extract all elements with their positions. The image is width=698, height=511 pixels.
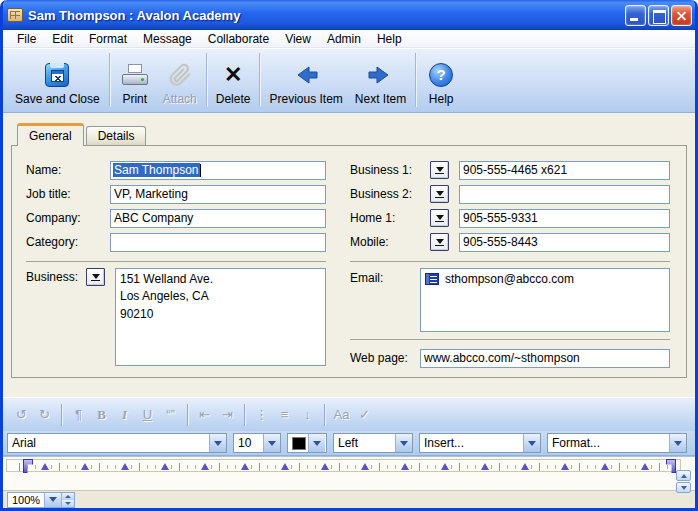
email-list[interactable]: sthompson@abcco.com [420,268,670,332]
menu-admin[interactable]: Admin [319,31,369,47]
tab-stops-icon: ⋮ [251,407,272,422]
delete-button[interactable]: ✕ Delete [210,52,257,108]
business1-dropdown-button[interactable] [430,161,449,179]
tab-stop-marker[interactable] [321,463,329,470]
previous-item-button[interactable]: Previous Item [263,52,348,108]
menu-format[interactable]: Format [81,31,135,47]
chevron-down-icon[interactable] [523,434,540,452]
home1-row: Home 1: [350,206,670,230]
name-label: Name: [26,163,110,177]
zoom-down-button[interactable] [62,500,74,507]
tab-stop-marker[interactable] [241,463,249,470]
alignment-select[interactable]: Left [333,433,413,453]
company-label: Company: [26,211,110,225]
form-left-column: Name: Sam Thompson Job title: Company: C… [26,158,326,365]
tab-stop-marker[interactable] [521,463,529,470]
company-input[interactable] [110,209,326,228]
tab-stop-marker[interactable] [81,463,89,470]
menu-message[interactable]: Message [135,31,200,47]
format-select[interactable]: Format... [547,433,687,453]
delete-icon: ✕ [224,61,242,89]
zoom-dropdown-button[interactable] [44,493,61,507]
business-address-dropdown-button[interactable] [86,268,105,286]
mobile-input[interactable] [459,233,670,252]
tab-stop-marker[interactable] [401,463,409,470]
contact-window: Sam Thompson : Avalon Academy File Edit … [0,0,698,511]
tab-stop-marker[interactable] [361,463,369,470]
email-divider [350,339,670,340]
spin-up-button[interactable] [676,470,691,481]
tab-stop-marker[interactable] [601,463,609,470]
menu-edit[interactable]: Edit [44,31,81,47]
print-button[interactable]: Print [113,52,157,108]
font-size-select[interactable]: 10 [233,433,281,453]
tab-stop-marker[interactable] [121,463,129,470]
zoom-control[interactable]: 100% [7,492,75,508]
underline-icon: U [137,407,158,422]
close-button[interactable] [671,5,692,26]
home1-dropdown-button[interactable] [430,209,449,227]
tab-general[interactable]: General [17,123,84,146]
chevron-down-icon[interactable] [395,434,412,452]
formatting-separator [324,404,325,426]
business2-dropdown-button[interactable] [430,185,449,203]
minimize-button[interactable] [625,5,646,26]
next-item-button[interactable]: Next Item [349,52,412,108]
tab-stop-marker[interactable] [561,463,569,470]
spell-check-icon: ✓ [354,407,375,422]
category-input[interactable] [110,233,326,252]
tab-stop-marker[interactable] [481,463,489,470]
right-divider [350,261,670,262]
chevron-down-icon[interactable] [263,434,280,452]
tab-stop-marker[interactable] [161,463,169,470]
decrease-indent-icon: ⇤ [194,407,215,422]
business2-row: Business 2: [350,182,670,206]
name-row: Name: Sam Thompson [26,158,326,182]
business1-label: Business 1: [350,163,430,177]
save-and-close-button[interactable]: Save and Close [9,52,106,108]
move-down-icon: ↓ [297,407,318,422]
selected-text: Sam Thompson [113,163,200,177]
category-row: Category: [26,230,326,254]
tab-details[interactable]: Details [86,126,147,145]
left-divider [26,261,326,262]
print-icon [120,62,150,89]
ruler-track[interactable] [6,459,681,472]
mobile-dropdown-button[interactable] [430,233,449,251]
maximize-button[interactable] [648,5,669,26]
help-button[interactable]: ? Help [419,52,463,108]
chevron-down-icon[interactable] [209,434,226,452]
business-address-row: Business: 151 Welland Ave. Los Angeles, … [26,268,326,366]
font-select[interactable]: Arial [7,433,227,453]
insert-select[interactable]: Insert... [419,433,541,453]
tab-stop-marker[interactable] [441,463,449,470]
menu-file[interactable]: File [9,31,44,47]
spin-down-button[interactable] [676,482,691,493]
menu-collaborate[interactable]: Collaborate [200,31,277,47]
chevron-down-icon[interactable] [308,434,325,452]
business1-input[interactable] [459,161,670,180]
home1-input[interactable] [459,209,670,228]
job-title-input[interactable] [110,185,326,204]
tab-stop-marker[interactable] [41,463,49,470]
name-input[interactable]: Sam Thompson [110,161,326,180]
mobile-row: Mobile: [350,230,670,254]
form-right-column: Business 1: Business 2: Home 1: Mobile: [350,158,670,365]
font-color-select[interactable] [287,433,327,453]
chevron-down-icon[interactable] [669,434,686,452]
tab-strip: General Details [3,113,695,145]
zoom-spinner[interactable] [61,493,74,507]
ruler [3,456,695,474]
zoom-up-button[interactable] [62,493,74,500]
toolbar-separator [415,53,416,107]
web-page-input[interactable] [420,349,670,368]
bold-icon: B [91,407,112,423]
tab-stop-marker[interactable] [281,463,289,470]
menu-help[interactable]: Help [369,31,410,47]
menu-view[interactable]: View [277,31,319,47]
tab-stop-marker[interactable] [641,463,649,470]
tab-stop-marker[interactable] [201,463,209,470]
business-address-input[interactable]: 151 Welland Ave. Los Angeles, CA 90210 [115,268,326,366]
business2-input[interactable] [459,185,670,204]
job-title-row: Job title: [26,182,326,206]
